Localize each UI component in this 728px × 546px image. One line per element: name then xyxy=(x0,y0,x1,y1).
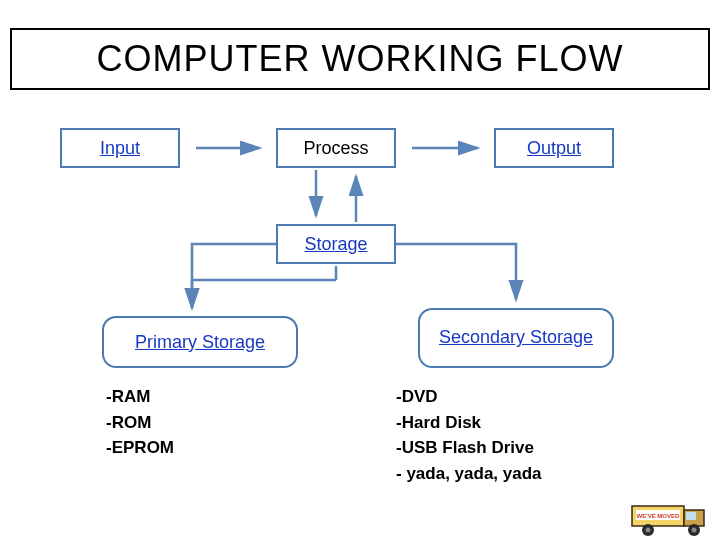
node-input: Input xyxy=(60,128,180,168)
list-item: yada, yada, yada xyxy=(396,461,542,487)
svg-text:WE'VE MOVED: WE'VE MOVED xyxy=(637,513,680,519)
node-storage: Storage xyxy=(276,224,396,264)
node-secondary-label: Secondary Storage xyxy=(439,327,593,349)
svg-rect-10 xyxy=(686,512,696,520)
list-item: USB Flash Drive xyxy=(396,435,542,461)
truck-icon: WE'VE MOVED xyxy=(630,488,720,538)
node-secondary-storage: Secondary Storage xyxy=(418,308,614,368)
svg-point-14 xyxy=(692,528,697,533)
list-item: DVD xyxy=(396,384,542,410)
node-storage-label: Storage xyxy=(304,234,367,255)
list-item: RAM xyxy=(106,384,174,410)
node-output-label: Output xyxy=(527,138,581,159)
node-process: Process xyxy=(276,128,396,168)
node-input-label: Input xyxy=(100,138,140,159)
list-item: ROM xyxy=(106,410,174,436)
node-primary-storage: Primary Storage xyxy=(102,316,298,368)
page-title: COMPUTER WORKING FLOW xyxy=(97,38,624,80)
title-box: COMPUTER WORKING FLOW xyxy=(10,28,710,90)
list-item: Hard Disk xyxy=(396,410,542,436)
node-output: Output xyxy=(494,128,614,168)
svg-point-12 xyxy=(646,528,651,533)
node-process-label: Process xyxy=(303,138,368,159)
node-primary-label: Primary Storage xyxy=(135,332,265,353)
secondary-storage-list: DVD Hard Disk USB Flash Drive yada, yada… xyxy=(396,384,542,486)
primary-storage-list: RAM ROM EPROM xyxy=(106,384,174,461)
list-item: EPROM xyxy=(106,435,174,461)
